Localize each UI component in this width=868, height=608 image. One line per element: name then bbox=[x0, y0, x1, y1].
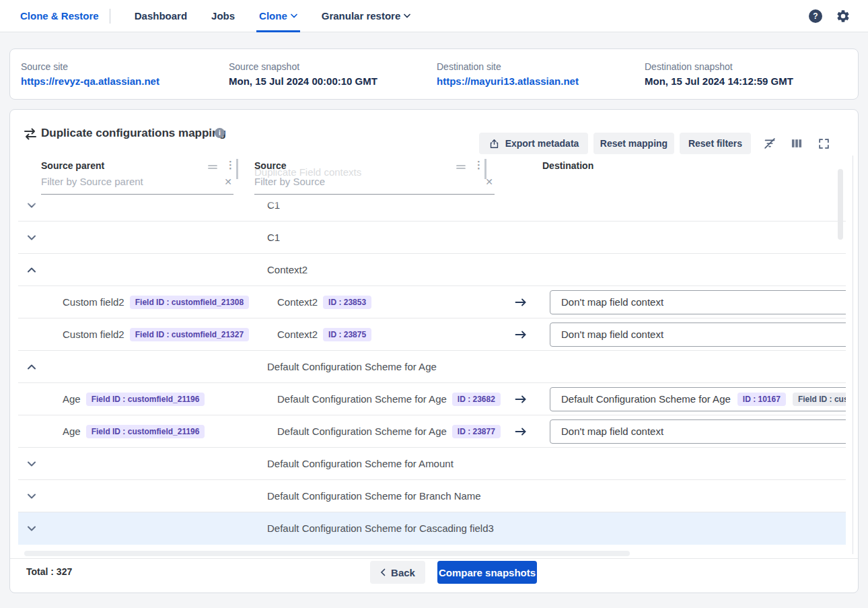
purple-badge: ID : 23853 bbox=[323, 296, 371, 309]
collapse-chevron-icon[interactable] bbox=[23, 351, 40, 382]
mapping-table: C1C1Context2Custom field2Field ID : cust… bbox=[18, 156, 846, 545]
mapping-row: Custom field2Field ID : customfield_2132… bbox=[18, 318, 846, 351]
top-nav: Clone & Restore Dashboard Jobs Clone Gra… bbox=[0, 0, 868, 32]
purple-badge: ID : 23875 bbox=[323, 328, 371, 341]
group-row-label: Default Configuration Scheme for Age bbox=[267, 351, 437, 382]
source-parent-name: Custom field2 bbox=[63, 329, 124, 340]
source-site-field: Source site https://revyz-qa.atlassian.n… bbox=[10, 61, 218, 87]
column-header-source: Source bbox=[254, 160, 286, 171]
nav-item-granular-restore[interactable]: Granular restore bbox=[310, 0, 423, 32]
filter-source-parent: ✕ bbox=[41, 176, 233, 191]
export-metadata-button[interactable]: Export metadata bbox=[479, 133, 588, 154]
column-resize-handle[interactable] bbox=[236, 159, 238, 179]
source-name: Default Configuration Scheme for Age bbox=[277, 393, 447, 405]
destination-select[interactable]: Default Configuration Scheme for AgeID :… bbox=[550, 387, 846, 411]
arrow-right-icon bbox=[506, 383, 536, 415]
fullscreen-icon[interactable] bbox=[816, 135, 832, 151]
help-icon[interactable]: ? bbox=[809, 9, 822, 23]
table-rows: C1C1Context2Custom field2Field ID : cust… bbox=[18, 189, 846, 545]
expand-chevron-icon[interactable] bbox=[23, 222, 40, 253]
clear-filter-x-icon[interactable]: ✕ bbox=[224, 176, 232, 187]
clear-filter-icon[interactable] bbox=[762, 135, 778, 151]
nav-item-dashboard[interactable]: Dashboard bbox=[122, 0, 199, 32]
destination-select[interactable]: Don't map field context bbox=[550, 290, 846, 314]
destination-site-link[interactable]: https://mayuri13.atlassian.net bbox=[437, 75, 634, 87]
group-row[interactable]: Context2 bbox=[18, 254, 846, 286]
horizontal-scrollbar-thumb[interactable] bbox=[24, 551, 630, 556]
panel-header: Duplicate configurations mapping i Expor… bbox=[10, 119, 858, 149]
settings-gear-icon[interactable] bbox=[836, 9, 851, 24]
purple-badge: Field ID : customfield_21196 bbox=[86, 393, 205, 406]
group-row[interactable]: Default Configuration Scheme for Amount bbox=[18, 448, 846, 480]
swap-arrows-icon bbox=[22, 126, 38, 145]
nav-divider bbox=[110, 9, 110, 24]
collapse-chevron-icon[interactable] bbox=[23, 254, 40, 285]
destination-value: Don't map field context bbox=[561, 296, 663, 308]
filter-source-input[interactable] bbox=[254, 176, 476, 187]
source-cell: Context2ID : 23853 bbox=[277, 286, 371, 318]
arrow-right-icon bbox=[506, 286, 536, 318]
drag-handle-icon[interactable] bbox=[207, 162, 218, 172]
columns-icon[interactable] bbox=[789, 135, 805, 151]
column-menu-icon[interactable]: ⋮ bbox=[474, 159, 483, 171]
purple-badge: Field ID : customfield_21327 bbox=[130, 328, 249, 341]
table-header: Duplicate Field contexts Source parent ⋮… bbox=[18, 156, 846, 196]
source-name: Default Configuration Scheme for Age bbox=[277, 426, 447, 437]
purple-badge: Field ID : customfield_21308 bbox=[130, 296, 249, 309]
column-header-source-parent: Source parent bbox=[41, 160, 104, 171]
vertical-scrollbar-thumb[interactable] bbox=[838, 169, 843, 240]
mapping-row: AgeField ID : customfield_21196Default C… bbox=[18, 415, 846, 448]
source-parent-name: Age bbox=[63, 426, 81, 437]
destination-snapshot-label: Destination snapshot bbox=[645, 61, 842, 72]
back-button[interactable]: Back bbox=[370, 561, 425, 584]
source-snapshot-value: Mon, 15 Jul 2024 00:00:10 GMT bbox=[229, 75, 426, 87]
group-row-label: C1 bbox=[267, 222, 280, 253]
group-row[interactable]: Default Configuration Scheme for Branch … bbox=[18, 480, 846, 512]
panel-title: Duplicate configurations mapping bbox=[41, 127, 226, 140]
filter-underline bbox=[41, 194, 233, 195]
footer-divider bbox=[10, 558, 858, 559]
expand-chevron-icon[interactable] bbox=[23, 480, 40, 512]
clear-filter-x-icon[interactable]: ✕ bbox=[485, 176, 493, 187]
expand-chevron-icon[interactable] bbox=[23, 448, 40, 479]
destination-value: Default Configuration Scheme for Age bbox=[561, 393, 731, 405]
chevron-down-icon bbox=[291, 13, 297, 18]
info-icon[interactable]: i bbox=[215, 128, 225, 138]
group-row-label: Default Configuration Scheme for Amount bbox=[267, 448, 454, 479]
destination-cell: Don't map field context bbox=[550, 415, 846, 447]
destination-select[interactable]: Don't map field context bbox=[550, 323, 846, 347]
source-parent-name: Custom field2 bbox=[63, 296, 124, 308]
purple-badge: ID : 10167 bbox=[737, 393, 786, 406]
filter-source-parent-input[interactable] bbox=[41, 176, 215, 187]
purple-badge: ID : 23877 bbox=[452, 425, 501, 438]
group-row[interactable]: C1 bbox=[18, 222, 846, 254]
column-menu-icon[interactable]: ⋮ bbox=[225, 159, 235, 171]
reset-mapping-button[interactable]: Reset mapping bbox=[593, 133, 674, 154]
column-header-destination: Destination bbox=[542, 160, 593, 171]
source-snapshot-label: Source snapshot bbox=[229, 61, 426, 72]
destination-select[interactable]: Don't map field context bbox=[550, 419, 846, 444]
source-parent-cell: AgeField ID : customfield_21196 bbox=[63, 383, 205, 415]
total-count: Total : 327 bbox=[26, 566, 72, 577]
group-row[interactable]: Default Configuration Scheme for Cascadi… bbox=[18, 512, 846, 545]
duplicate-config-panel: Duplicate configurations mapping i Expor… bbox=[9, 109, 859, 593]
drag-handle-icon[interactable] bbox=[456, 162, 466, 172]
active-tab-underline bbox=[256, 30, 300, 32]
source-parent-cell: AgeField ID : customfield_21196 bbox=[63, 415, 205, 447]
nav-item-clone[interactable]: Clone bbox=[247, 0, 310, 32]
group-row[interactable]: Default Configuration Scheme for Age bbox=[18, 351, 846, 383]
destination-snapshot-field: Destination snapshot Mon, 15 Jul 2024 14… bbox=[634, 61, 842, 87]
reset-filters-button[interactable]: Reset filters bbox=[680, 133, 751, 154]
mapping-row: AgeField ID : customfield_21196Default C… bbox=[18, 383, 846, 415]
arrow-right-icon bbox=[506, 318, 536, 350]
compare-snapshots-button[interactable]: Compare snapshots bbox=[437, 561, 537, 584]
source-cell: Default Configuration Scheme for AgeID :… bbox=[277, 383, 501, 415]
expand-chevron-icon[interactable] bbox=[23, 512, 40, 544]
nav-item-jobs[interactable]: Jobs bbox=[199, 0, 247, 32]
source-site-link[interactable]: https://revyz-qa.atlassian.net bbox=[21, 75, 218, 87]
table-right-border bbox=[853, 156, 853, 554]
destination-cell: Default Configuration Scheme for AgeID :… bbox=[550, 383, 846, 415]
gray-badge: Field ID : cus bbox=[793, 393, 846, 406]
app-brand[interactable]: Clone & Restore bbox=[20, 10, 99, 22]
source-parent-cell: Custom field2Field ID : customfield_2130… bbox=[63, 286, 249, 318]
